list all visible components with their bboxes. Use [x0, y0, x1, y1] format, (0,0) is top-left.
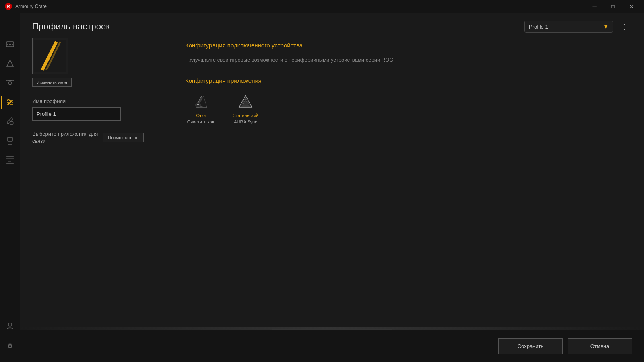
sidebar-item-capture[interactable] — [1, 74, 19, 92]
app-body: Профиль настроек Profile 1 ▼ ⋮ — [0, 13, 644, 362]
minimize-button[interactable]: ─ — [585, 0, 604, 13]
sidebar-divider — [3, 313, 17, 313]
sidebar-item-user[interactable] — [1, 317, 19, 335]
aura-sync-status: Статический — [233, 113, 258, 118]
svg-rect-9 — [8, 80, 12, 81]
svg-rect-5 — [9, 44, 11, 45]
more-options-button[interactable]: ⋮ — [617, 20, 632, 33]
profile-name-label: Имя профиля — [32, 98, 169, 104]
profile-icon-box — [32, 38, 68, 74]
maximize-button[interactable]: □ — [604, 0, 622, 13]
sidebar-item-tools[interactable] — [1, 113, 19, 130]
sidebar — [0, 13, 20, 362]
clear-cache-icon — [192, 92, 211, 111]
aura-sync-icon — [236, 92, 255, 111]
sidebar-bottom — [1, 310, 19, 362]
svg-point-11 — [8, 99, 9, 101]
sidebar-item-app-settings[interactable] — [1, 338, 19, 356]
svg-point-24 — [8, 323, 12, 326]
sidebar-item-settings-tune[interactable] — [1, 93, 19, 111]
dropdown-arrow-icon: ▼ — [603, 23, 609, 30]
sidebar-item-menu[interactable] — [1, 16, 19, 34]
svg-rect-6 — [12, 44, 13, 45]
profile-dropdown[interactable]: Profile 1 ▼ — [524, 21, 613, 33]
svg-rect-1 — [7, 43, 8, 43]
profile-name-section: Имя профиля — [32, 98, 169, 121]
svg-rect-7 — [6, 80, 14, 86]
cancel-button[interactable]: Отмена — [568, 338, 632, 354]
app-items-list: Откл Очистить кэш — [185, 92, 632, 124]
svg-point-16 — [10, 121, 13, 125]
profile-icon-image — [34, 40, 66, 72]
sidebar-item-notifications[interactable] — [1, 55, 19, 72]
left-panel: Изменить икон Имя профиля Выберите прило… — [32, 38, 169, 319]
svg-rect-17 — [8, 137, 12, 141]
sidebar-item-pin[interactable] — [1, 132, 19, 150]
app-title: Armoury Crate — [15, 4, 47, 9]
svg-point-13 — [10, 101, 12, 103]
sidebar-item-scenarios[interactable] — [1, 151, 19, 169]
app-item-clear-cache[interactable]: Откл Очистить кэш — [185, 92, 217, 124]
sidebar-item-keyboard[interactable] — [1, 35, 19, 53]
title-bar: R Armoury Crate ─ □ ✕ — [0, 0, 644, 13]
device-config-title: Конфигурация подключенного устройства — [185, 42, 632, 49]
page-title: Профиль настроек — [32, 21, 110, 32]
title-bar-left: R Armoury Crate — [5, 3, 47, 10]
profile-dropdown-value: Profile 1 — [529, 24, 548, 30]
svg-rect-2 — [9, 43, 10, 43]
page-header: Профиль настроек Profile 1 ▼ ⋮ — [20, 13, 644, 38]
svg-rect-3 — [10, 43, 12, 43]
app-config-section: Конфигурация приложения — [185, 77, 632, 124]
bottom-bar: Сохранить Отмена — [20, 330, 644, 362]
main-content: Изменить икон Имя профиля Выберите прило… — [20, 38, 644, 327]
clear-cache-status: Откл — [196, 113, 206, 118]
app-link-section: Выберите приложения длясвязи Посмотреть … — [32, 130, 169, 145]
svg-point-29 — [196, 103, 200, 107]
svg-point-8 — [8, 82, 12, 85]
header-right: Profile 1 ▼ ⋮ — [524, 20, 632, 33]
app-config-title: Конфигурация приложения — [185, 77, 632, 84]
window-controls: ─ □ ✕ — [585, 0, 641, 13]
app-link-label: Выберите приложения длясвязи — [32, 130, 98, 145]
clear-cache-label: Очистить кэш — [187, 119, 215, 124]
app-item-aura-sync[interactable]: Статический AURA Sync — [229, 92, 262, 124]
bottom-decoration — [20, 327, 644, 330]
app-logo-icon: R — [5, 3, 12, 10]
svg-rect-4 — [7, 44, 8, 45]
right-panel: Конфигурация подключенного устройства Ул… — [185, 38, 632, 319]
change-icon-button[interactable]: Изменить икон — [32, 78, 72, 87]
profile-name-input[interactable] — [32, 107, 121, 121]
view-apps-button[interactable]: Посмотреть оп — [103, 133, 144, 142]
save-button[interactable]: Сохранить — [498, 338, 563, 354]
content-area: Профиль настроек Profile 1 ▼ ⋮ — [20, 13, 644, 362]
svg-point-15 — [8, 103, 10, 105]
aura-sync-label: AURA Sync — [234, 119, 257, 124]
device-config-desc: Улучшайте свои игровые возможности с пер… — [185, 57, 632, 63]
close-button[interactable]: ✕ — [622, 0, 641, 13]
